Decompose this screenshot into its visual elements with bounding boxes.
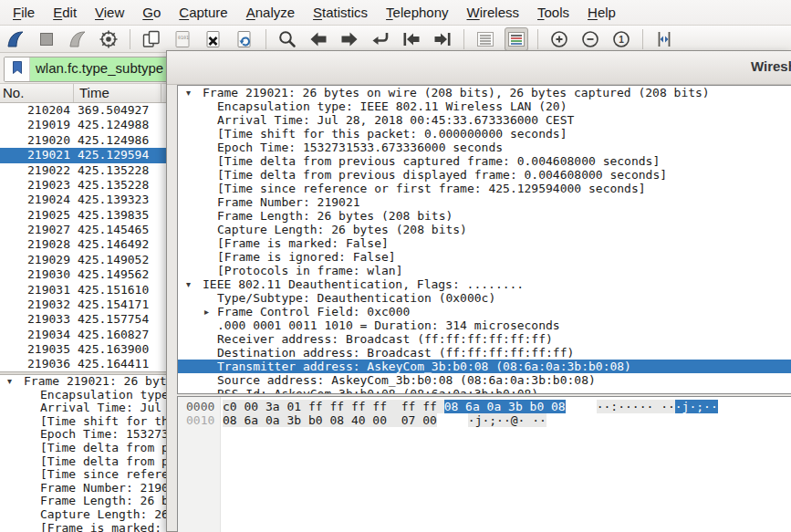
detail-row[interactable]: Arrival Time: Jul bbox=[0, 402, 177, 415]
packet-row[interactable]: 219020425.124986 bbox=[0, 133, 177, 148]
detail-tree-row[interactable]: [Time delta from previous captured frame… bbox=[178, 154, 791, 168]
detail-tree-row[interactable]: Transmitter address: AskeyCom_3b:b0:08 (… bbox=[178, 360, 791, 373]
stop-capture-icon[interactable] bbox=[35, 27, 58, 51]
reload-file-icon[interactable] bbox=[233, 27, 256, 51]
packet-row[interactable]: 219024425.139323 bbox=[0, 193, 177, 207]
packet-row[interactable]: 219030425.149562 bbox=[0, 267, 177, 282]
colorize-icon[interactable] bbox=[505, 27, 528, 51]
packet-row[interactable]: 219019425.124988 bbox=[0, 118, 177, 132]
detail-tree-row[interactable]: [Time since reference or first frame: 42… bbox=[178, 182, 791, 195]
packet-row[interactable]: 210204369.504927 bbox=[0, 103, 177, 118]
detail-tree-row[interactable]: [Frame is ignored: False] bbox=[178, 250, 791, 264]
hex-row[interactable]: 0000c0 00 3a 01 ff ff ff ff ff ff 08 6a … bbox=[178, 400, 791, 413]
detail-tree-row[interactable]: [Time delta from previous displayed fram… bbox=[178, 168, 791, 182]
go-back-icon[interactable] bbox=[307, 27, 330, 51]
packet-row[interactable]: 219021425.129594 bbox=[0, 148, 177, 162]
menu-telephony[interactable]: Telephony bbox=[377, 2, 457, 23]
packet-row[interactable]: 219032425.154171 bbox=[0, 297, 177, 312]
restart-capture-icon[interactable] bbox=[66, 27, 89, 51]
hex-row[interactable]: 001008 6a 0a 3b b0 08 40 00 07 00·j·;··@… bbox=[178, 413, 791, 427]
hex-byte-segment[interactable]: c0 00 3a 01 ff ff ff ff ff ff bbox=[223, 400, 444, 413]
capture-options-icon[interactable] bbox=[97, 27, 120, 51]
menu-go[interactable]: Go bbox=[133, 2, 170, 23]
zoom-original-icon[interactable]: 1 bbox=[609, 27, 633, 51]
hex-bytes[interactable]: 08 6a 0a 3b b0 08 40 00 07 00 bbox=[223, 413, 437, 427]
detail-tree-row[interactable]: Source address: AskeyCom_3b:b0:08 (08:6a… bbox=[178, 373, 791, 387]
packet-row[interactable]: 219031425.151610 bbox=[0, 283, 177, 297]
detail-tree-row[interactable]: .000 0001 0011 1010 = Duration: 314 micr… bbox=[178, 318, 791, 332]
packet-row[interactable]: 219033425.157754 bbox=[0, 312, 177, 327]
resize-columns-icon[interactable] bbox=[652, 27, 676, 51]
detail-tree-row[interactable]: ▾IEEE 802.11 Deauthentication, Flags: ..… bbox=[178, 277, 791, 291]
save-file-icon[interactable]: 0101 bbox=[171, 27, 194, 51]
menu-file[interactable]: File bbox=[4, 2, 44, 23]
ascii-bytes[interactable]: ··:····· ···j·;·· bbox=[597, 400, 718, 413]
detail-row[interactable]: Capture Length: 26 bbox=[0, 508, 177, 522]
go-last-icon[interactable] bbox=[431, 27, 454, 51]
column-header-no[interactable]: No. bbox=[0, 84, 74, 102]
filter-bookmark-button[interactable] bbox=[5, 57, 30, 81]
menu-capture[interactable]: Capture bbox=[170, 2, 236, 23]
packet-row[interactable]: 219022425.135228 bbox=[0, 163, 177, 178]
go-forward-icon[interactable] bbox=[338, 27, 361, 51]
menu-help[interactable]: Help bbox=[578, 2, 625, 23]
find-packet-icon[interactable] bbox=[276, 27, 299, 51]
detail-tree-row[interactable]: ▸Frame Control Field: 0xc000 bbox=[178, 305, 791, 318]
start-capture-icon[interactable] bbox=[4, 27, 27, 51]
zoom-out-icon[interactable] bbox=[578, 27, 602, 51]
detail-row[interactable]: [Time delta from p bbox=[0, 442, 177, 455]
detail-row[interactable]: [Time shift for th bbox=[0, 415, 177, 429]
detail-row[interactable]: Frame Number: 2190 bbox=[0, 482, 177, 495]
open-file-icon[interactable] bbox=[140, 27, 163, 51]
expander-down-icon[interactable]: ▾ bbox=[186, 86, 191, 99]
detail-tree-row[interactable]: Arrival Time: Jul 28, 2018 00:45:33.6733… bbox=[178, 113, 791, 127]
menu-statistics[interactable]: Statistics bbox=[304, 2, 377, 23]
popup-titlebar[interactable]: Wiresh bbox=[167, 51, 791, 85]
packet-row[interactable]: 219035425.163900 bbox=[0, 342, 177, 357]
hex-byte-segment[interactable]: 08 6a 0a 3b b0 08 40 00 07 00 bbox=[223, 413, 437, 427]
menu-edit[interactable]: Edit bbox=[44, 2, 86, 23]
detail-row[interactable]: Encapsulation type bbox=[0, 389, 177, 402]
go-to-packet-icon[interactable] bbox=[369, 27, 392, 51]
detail-tree-row[interactable]: Capture Length: 26 bytes (208 bits) bbox=[178, 223, 791, 236]
expander-right-icon[interactable]: ▸ bbox=[204, 305, 209, 318]
packet-row[interactable]: 219025425.139835 bbox=[0, 208, 177, 223]
detail-row[interactable]: [Time since refere bbox=[0, 468, 177, 482]
detail-tree-row[interactable]: Frame Length: 26 bytes (208 bits) bbox=[178, 209, 791, 223]
detail-tree-row[interactable]: [Time shift for this packet: 0.000000000… bbox=[178, 127, 791, 141]
hex-byte-segment[interactable]: 08 6a 0a 3b b0 08 bbox=[444, 400, 566, 413]
menu-view[interactable]: View bbox=[86, 2, 133, 23]
zoom-in-icon[interactable] bbox=[547, 27, 571, 51]
hex-bytes[interactable]: c0 00 3a 01 ff ff ff ff ff ff 08 6a 0a 3… bbox=[223, 400, 566, 413]
ascii-segment[interactable]: ·j·;·· bbox=[675, 400, 718, 413]
packet-row[interactable]: 219027425.145465 bbox=[0, 223, 177, 237]
packet-row[interactable]: 219036425.164411 bbox=[0, 357, 177, 371]
column-header-time[interactable]: Time bbox=[74, 84, 161, 102]
detail-row[interactable]: [Time delta from p bbox=[0, 455, 177, 469]
detail-tree-row[interactable]: BSS Id: AskeyCom_3b:b0:08 (08:6a:0a:3b:b… bbox=[178, 387, 791, 394]
detail-tree-row[interactable]: Epoch Time: 1532731533.673336000 seconds bbox=[178, 141, 791, 154]
menu-wireless[interactable]: Wireless bbox=[458, 2, 529, 23]
auto-scroll-icon[interactable] bbox=[474, 27, 497, 51]
detail-tree-row[interactable]: Receiver address: Broadcast (ff:ff:ff:ff… bbox=[178, 332, 791, 346]
ascii-segment[interactable]: ··:····· ·· bbox=[597, 400, 675, 413]
menu-tools[interactable]: Tools bbox=[528, 2, 578, 23]
detail-tree-row[interactable]: Encapsulation type: IEEE 802.11 Wireless… bbox=[178, 99, 791, 113]
detail-tree-row[interactable]: [Frame is marked: False] bbox=[178, 236, 791, 250]
detail-tree-row[interactable]: ▾Frame 219021: 26 bytes on wire (208 bit… bbox=[178, 86, 791, 99]
ascii-segment[interactable]: ·j·;··@· ·· bbox=[468, 413, 546, 427]
packet-row[interactable]: 219023425.135228 bbox=[0, 178, 177, 193]
detail-row[interactable]: ▾Frame 219021: 26 byt bbox=[0, 375, 177, 389]
detail-row[interactable]: Frame Length: 26 b bbox=[0, 495, 177, 508]
detail-row[interactable]: [Frame is marked: bbox=[0, 522, 177, 532]
detail-row[interactable]: Epoch Time: 153273 bbox=[0, 428, 177, 442]
go-first-icon[interactable] bbox=[400, 27, 423, 51]
ascii-bytes[interactable]: ·j·;··@· ·· bbox=[468, 413, 546, 427]
detail-tree-row[interactable]: [Protocols in frame: wlan] bbox=[178, 264, 791, 277]
detail-tree-row[interactable]: Destination address: Broadcast (ff:ff:ff… bbox=[178, 346, 791, 360]
expander-down-icon[interactable]: ▾ bbox=[186, 277, 191, 291]
packet-row[interactable]: 219029425.149052 bbox=[0, 253, 177, 267]
close-file-icon[interactable] bbox=[202, 27, 225, 51]
menu-analyze[interactable]: Analyze bbox=[237, 2, 304, 23]
detail-tree-row[interactable]: Frame Number: 219021 bbox=[178, 195, 791, 209]
